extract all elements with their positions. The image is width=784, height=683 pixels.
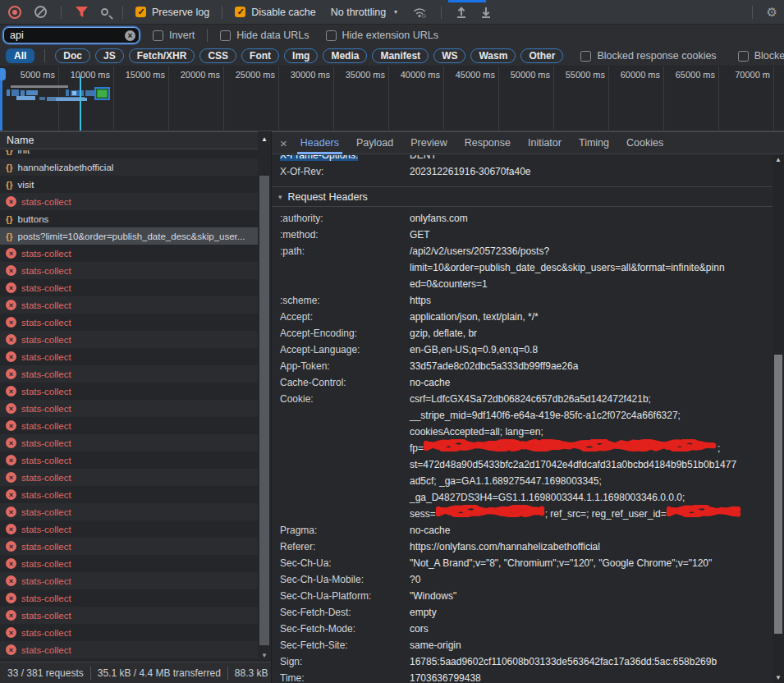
request-row[interactable]: ×stats-collect [0,452,258,469]
request-row[interactable]: ×stats-collect [0,314,258,331]
settings-button[interactable]: ⚙ [765,3,779,21]
details-scrollbar[interactable]: ▲ ▼ [773,154,784,683]
import-har-button[interactable] [454,3,469,21]
invert-checkbox[interactable]: Invert [153,30,195,41]
type-filter-doc[interactable]: Doc [55,48,90,63]
waterfall-bar [11,85,68,88]
error-icon: × [6,644,16,655]
type-filter-js[interactable]: JS [95,48,124,63]
request-row[interactable]: ×stats-collect [0,400,258,417]
scroll-up-icon[interactable]: ▲ [773,156,784,163]
scroll-down-icon[interactable]: ▼ [258,652,271,659]
request-row[interactable]: ×stats-collect [0,572,258,589]
request-name: visit [18,180,34,190]
request-row[interactable]: {}visit [0,176,258,193]
divider [90,667,91,680]
request-row[interactable]: ×stats-collect [0,365,258,383]
type-filter-fetch-xhr[interactable]: Fetch/XHR [129,48,195,63]
request-row[interactable]: {}hannahelizabethofficial [0,158,258,176]
tab-preview[interactable]: Preview [406,132,452,154]
request-row[interactable]: ×stats-collect [0,555,258,572]
search-button[interactable] [99,3,110,21]
tab-cookies[interactable]: Cookies [621,132,668,154]
tab-timing[interactable]: Timing [574,132,614,154]
type-filter-other[interactable]: Other [520,48,563,63]
selection-handle[interactable] [0,68,6,80]
request-row[interactable]: ×stats-collect [0,641,258,658]
header-value: https://onlyfans.com/hannahelizabethoffi… [410,539,773,555]
request-row[interactable]: ×stats-collect [0,262,258,279]
request-row[interactable]: ×stats-collect [0,331,258,348]
hide-data-urls-checkbox[interactable]: Hide data URLs [220,30,309,41]
tab-headers[interactable]: Headers [296,132,344,154]
network-overview[interactable]: 5000 ms10000 ms15000 ms20000 ms25000 ms3… [0,66,784,131]
type-filter-img[interactable]: Img [284,48,318,63]
throttling-dropdown[interactable]: No throttling ▾ [329,3,399,21]
request-row[interactable]: ×stats-collect [0,434,258,452]
request-name: stats-collect [21,249,71,259]
type-filter-wasm[interactable]: Wasm [470,48,516,63]
type-filter-ws[interactable]: WS [433,48,465,63]
filter-toggle-button[interactable] [74,3,89,21]
type-filter-manifest[interactable]: Manifest [372,48,429,63]
request-row[interactable]: ×stats-collect [0,538,258,555]
type-filter-media[interactable]: Media [323,48,367,63]
close-icon[interactable]: × [280,137,287,149]
scrollbar-thumb[interactable] [774,355,782,634]
request-row[interactable]: ×stats-collect [0,589,258,607]
request-row[interactable]: ×stats-collect [0,469,258,486]
header-value: https [410,292,773,309]
disable-cache-checkbox[interactable]: Disable cache [235,7,316,18]
request-row[interactable]: ×stats-collect [0,624,258,641]
checkbox-label: Blocked requests [754,50,784,62]
scroll-up-icon[interactable]: ▲ [258,135,271,143]
request-row[interactable]: ×stats-collect [0,520,258,538]
header-value: "Windows" [410,588,773,604]
clear-filter-icon[interactable]: × [125,30,135,41]
clear-button[interactable] [33,3,48,21]
blocked-requests-checkbox[interactable]: Blocked requests [738,50,784,62]
request-row[interactable]: ×stats-collect [0,348,258,365]
request-row[interactable]: {}buttons [0,210,258,227]
waterfall-bar [26,90,38,95]
header-value: no-cache [410,374,773,391]
request-row[interactable]: ×stats-collect [0,607,258,624]
type-filter-font[interactable]: Font [241,48,279,63]
request-row[interactable]: ×stats-collect [0,486,258,503]
request-row[interactable]: ×stats-collect [0,383,258,400]
request-row[interactable]: {}init [0,150,258,158]
hide-extension-urls-checkbox[interactable]: Hide extension URLs [326,30,438,41]
error-icon: × [6,541,16,552]
request-row[interactable]: ×stats-collect [0,503,258,520]
header-value: "Not_A Brand";v="8", "Chromium";v="120",… [410,555,773,571]
request-row[interactable]: {}posts?limit=10&order=publish_date_desc… [0,227,258,245]
request-row[interactable]: ×stats-collect [0,296,258,314]
blocked-response-cookies-checkbox[interactable]: Blocked response cookies [580,50,716,62]
request-row[interactable]: ×stats-collect [0,417,258,434]
export-har-button[interactable] [479,3,493,21]
tab-response[interactable]: Response [460,132,516,154]
scroll-down-icon[interactable]: ▼ [773,674,784,681]
request-name: buttons [18,214,49,224]
header-value-line: GET [410,227,773,243]
type-filter-all[interactable]: All [6,48,34,63]
filter-input[interactable] [3,27,140,44]
name-column-header[interactable]: Name [0,131,271,149]
network-conditions-button[interactable] [410,3,429,21]
request-row[interactable]: ×stats-collect [0,193,258,210]
header-value-line: onlyfans.com [410,210,773,227]
type-filter-css[interactable]: CSS [199,48,236,63]
header-row: Accept-Encoding:gzip, deflate, br [272,325,773,342]
header-value: 33d57ade8c02dbc5a333db99ff9ae26a [410,358,773,374]
request-row[interactable]: ×stats-collect [0,245,258,262]
tab-initiator[interactable]: Initiator [523,132,566,154]
request-list-scrollbar[interactable]: ▲ ▼ [258,131,271,662]
error-icon: × [6,472,16,483]
record-button[interactable] [7,3,23,21]
request-row[interactable]: ×stats-collect [0,279,258,296]
request-headers-section[interactable]: ▾ Request Headers [272,187,773,207]
header-name: Referer: [272,539,410,555]
preserve-log-checkbox[interactable]: Preserve log [135,7,209,18]
tab-payload[interactable]: Payload [351,132,398,154]
scrollbar-thumb[interactable] [259,176,269,645]
